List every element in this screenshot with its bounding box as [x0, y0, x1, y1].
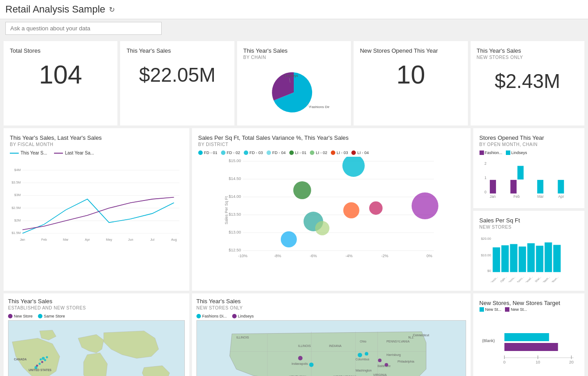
us-dot-4 [378, 359, 381, 362]
bar-mar-cyan [537, 180, 543, 193]
sqft-bar-8 [553, 245, 561, 272]
svg-text:Aug: Aug [171, 238, 177, 242]
world-map-image: CANADA UNITED STATES [8, 320, 185, 376]
world-map-legend: New Store Same Store [8, 314, 185, 318]
svg-text:ILLINOIS: ILLINOIS [298, 344, 311, 347]
sales-sqft-subtitle: NEW STORES [480, 225, 578, 230]
svg-text:$10.00: $10.00 [481, 253, 491, 257]
svg-text:Ohio: Ohio [360, 340, 367, 343]
pie-chart-card: This Year's Sales BY CHAIN Lindseys Fash… [237, 41, 351, 125]
svg-text:Pasad...: Pasad... [524, 276, 533, 282]
stores-opened-card: Stores Opened This Year BY OPEN MONTH, C… [473, 128, 584, 208]
svg-text:Knoxv...: Knoxv... [507, 276, 516, 282]
pie-chart-title: This Year's Sales [243, 47, 345, 54]
sqft-bar-1 [492, 247, 500, 272]
store-dot-4 [41, 361, 43, 363]
line-chart-subtitle: BY FISCAL MONTH [10, 142, 183, 147]
legend-li03: LI - 03 [331, 150, 348, 155]
svg-text:Sales Per Sq Ft: Sales Per Sq Ft [224, 196, 229, 225]
svg-text:Wash...: Wash... [542, 276, 550, 282]
new-stores-sales-title: This Year's Sales [477, 47, 578, 54]
us-dot-6 [309, 363, 313, 367]
svg-text:Feb: Feb [513, 194, 520, 199]
bar-feb-purple [510, 180, 517, 193]
svg-text:Jan: Jan [20, 238, 25, 242]
svg-text:Jun: Jun [128, 238, 133, 242]
line-chart-legend: This Year S... Last Year Sa... [10, 150, 183, 155]
legend-fd-map: Fashions Di... [196, 314, 227, 318]
svg-text:Cincin...: Cincin... [489, 276, 498, 282]
svg-text:$2M: $2M [14, 218, 21, 222]
svg-text:CANADA: CANADA [14, 358, 27, 361]
search-bar [0, 19, 588, 38]
legend-dot-last-year [54, 153, 63, 154]
new-stores-target-title: New Stores, New Stores Target [480, 300, 578, 306]
svg-text:(Blank): (Blank) [482, 338, 495, 343]
svg-text:10: 10 [535, 360, 540, 364]
this-year-sales-card: This Year's Sales $22.05M [120, 41, 234, 125]
world-map-svg: CANADA UNITED STATES [8, 321, 184, 376]
new-stores-card: New Stores Opened This Year 10 [354, 41, 467, 125]
us-map-title: This Year's Sales [196, 298, 466, 305]
dashboard: Total Stores 104 This Year's Sales $22.0… [0, 38, 588, 376]
legend-new-st2: New St... [505, 307, 527, 312]
search-input[interactable] [5, 22, 162, 35]
store-dot-6 [38, 363, 41, 365]
refresh-icon[interactable]: ↻ [109, 5, 115, 14]
svg-text:0: 0 [484, 190, 487, 194]
svg-text:ILLINOIS: ILLINOIS [236, 336, 249, 339]
store-dot-5 [46, 356, 48, 359]
legend-lindseys-opened: Lindseys [506, 150, 527, 155]
bar-apr-cyan [558, 180, 564, 193]
scatter-subtitle: BY DISTRICT [198, 142, 464, 147]
us-dot-3 [365, 352, 368, 355]
svg-text:-6%: -6% [310, 254, 317, 258]
svg-text:Ft.Ogle...: Ft.Ogle... [497, 276, 507, 282]
us-map-svg: ILLINOIS INDIANA Ohio PENNSYLVANIA India… [197, 321, 466, 376]
svg-text:$0: $0 [487, 269, 491, 273]
svg-text:Wilson...: Wilson... [550, 276, 559, 282]
svg-text:-4%: -4% [346, 254, 353, 258]
bubble-2 [412, 192, 438, 219]
us-dot-2 [358, 353, 362, 357]
bubble-3 [293, 181, 311, 199]
svg-text:20: 20 [569, 360, 573, 364]
bubble-4 [343, 202, 359, 218]
svg-text:Mar: Mar [537, 194, 544, 199]
svg-text:Apr: Apr [558, 194, 564, 199]
svg-text:-10%: -10% [238, 254, 247, 258]
sales-sqft-card: Sales Per Sq Ft NEW STORES $20.00 $10.00… [473, 211, 584, 291]
pie-container: Lindseys Fashions Direct [243, 63, 345, 119]
svg-text:Jul: Jul [150, 238, 154, 242]
new-stores-sales-card: This Year's Sales NEW STORES ONLY $2.43M [471, 41, 584, 125]
new-stores-target-legend: New St... New St... [480, 307, 578, 312]
legend-new-store: New Store [8, 314, 33, 318]
legend-label-this-year: This Year S... [21, 150, 47, 155]
svg-text:$14.50: $14.50 [229, 176, 241, 181]
asia [104, 331, 158, 359]
svg-text:$13.00: $13.00 [229, 230, 241, 234]
target-bar-cyan [504, 333, 549, 341]
us-map-card: This Year's Sales NEW STORES ONLY Fashio… [192, 293, 471, 376]
world-map-title: This Year's Sales [8, 298, 185, 305]
bubble-6 [281, 231, 297, 247]
bar-feb-cyan [517, 166, 523, 179]
app-header: Retail Analysis Sample ↻ [0, 0, 588, 19]
row-2: This Year's Sales, Last Year's Sales BY … [4, 128, 584, 291]
svg-text:Monro...: Monro... [515, 276, 524, 282]
svg-text:$20.00: $20.00 [481, 237, 491, 241]
scatter-title: Sales Per Sq Ft, Total Sales Variance %,… [198, 134, 464, 141]
store-dot-3 [40, 358, 42, 360]
svg-text:VIRGINIA: VIRGINIA [373, 373, 387, 376]
svg-text:Indianapolis: Indianapolis [292, 362, 308, 366]
row-3: This Year's Sales ESTABLISHED AND NEW ST… [4, 293, 584, 376]
svg-text:0%: 0% [426, 254, 432, 258]
svg-text:2: 2 [484, 161, 487, 166]
svg-text:May: May [106, 238, 112, 242]
legend-li04: LI - 04 [351, 150, 369, 155]
legend-lindseys-map: Lindseys [232, 314, 254, 318]
this-year-sales-value: $22.05M [126, 55, 228, 86]
line-chart-card: This Year's Sales, Last Year's Sales BY … [4, 128, 189, 291]
svg-text:$3M: $3M [14, 193, 21, 197]
legend-fd01: FD - 01 [198, 150, 217, 155]
